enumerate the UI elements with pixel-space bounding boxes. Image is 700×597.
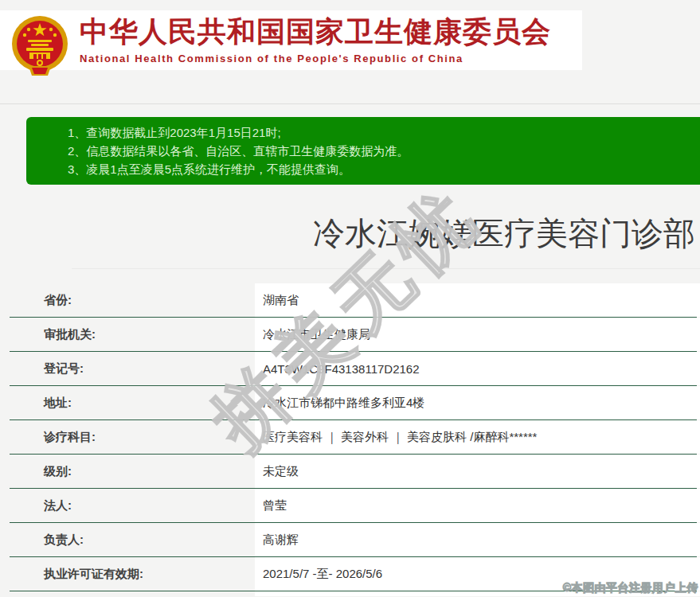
field-value: 曾莹 bbox=[263, 498, 287, 513]
field-value: 高谢辉 bbox=[263, 533, 299, 548]
table-row-registration-number: 登记号: A4T3W1C9F43138117D2162 bbox=[10, 352, 697, 386]
table-row-legal-person: 法人: 曾莹 bbox=[10, 489, 697, 523]
field-label: 省份: bbox=[44, 293, 72, 308]
upload-attribution-watermark: ©本图由平台注册用户上传 bbox=[563, 581, 698, 595]
table-row-level: 级别: 未定级 bbox=[10, 455, 697, 489]
value-cell-background bbox=[255, 523, 700, 556]
field-label: 执业许可证有效期: bbox=[44, 567, 143, 582]
table-row-approval-authority: 审批机关: 冷水江市卫生健康局 bbox=[10, 318, 697, 352]
field-value: 2021/5/7 -至- 2026/5/6 bbox=[263, 567, 382, 582]
site-title-chinese: 中华人民共和国国家卫生健康委员会 bbox=[80, 15, 551, 49]
field-value: 冷水江市锑都中路维多利亚4楼 bbox=[263, 396, 424, 411]
field-value: 医疗美容科 ｜ 美容外科 ｜ 美容皮肤科 /麻醉科****** bbox=[263, 430, 537, 445]
notice-line-2: 2、信息数据结果以各省、自治区、直辖市卫生健康委数据为准。 bbox=[68, 142, 692, 160]
field-label: 级别: bbox=[44, 464, 72, 479]
value-cell-background bbox=[255, 489, 700, 522]
section-divider bbox=[72, 268, 700, 269]
field-label: 法人: bbox=[44, 498, 72, 513]
query-notice-banner: 1、查询数据截止到2023年1月15日21时; 2、信息数据结果以各省、自治区、… bbox=[26, 117, 700, 185]
value-cell-background bbox=[255, 455, 700, 488]
notice-line-1: 1、查询数据截止到2023年1月15日21时; bbox=[68, 123, 692, 142]
field-value: 未定级 bbox=[263, 464, 299, 479]
notice-line-3: 3、凌晨1点至凌晨5点系统进行维护，不能提供查询。 bbox=[68, 160, 692, 178]
table-row-province: 省份: 湖南省 bbox=[10, 283, 697, 318]
site-header: 中华人民共和国国家卫生健康委员会 National Health Commiss… bbox=[0, 10, 582, 70]
institution-info-table: 省份: 湖南省 审批机关: 冷水江市卫生健康局 登记号: A4T3W1C9F43… bbox=[0, 283, 700, 596]
site-title-english: National Health Commission of the People… bbox=[80, 53, 551, 64]
field-value: A4T3W1C9F43138117D2162 bbox=[263, 362, 420, 376]
table-row-address: 地址: 冷水江市锑都中路维多利亚4楼 bbox=[10, 386, 697, 420]
field-value: 湖南省 bbox=[263, 293, 299, 308]
table-row-clinical-departments: 诊疗科目: 医疗美容科 ｜ 美容外科 ｜ 美容皮肤科 /麻醉科****** bbox=[10, 420, 697, 455]
china-national-emblem-icon bbox=[10, 14, 70, 77]
field-label: 地址: bbox=[44, 396, 72, 411]
header-divider bbox=[0, 103, 700, 104]
field-label: 诊疗科目: bbox=[44, 430, 96, 445]
institution-name-title: 冷水江婉媄医疗美容门诊部 bbox=[0, 212, 695, 256]
field-label: 登记号: bbox=[44, 361, 84, 377]
field-value: 冷水江市卫生健康局 bbox=[263, 327, 370, 342]
table-row-person-in-charge: 负责人: 高谢辉 bbox=[10, 523, 697, 557]
value-cell-background bbox=[255, 283, 700, 317]
field-label: 审批机关: bbox=[44, 327, 96, 342]
field-label: 负责人: bbox=[44, 533, 84, 548]
